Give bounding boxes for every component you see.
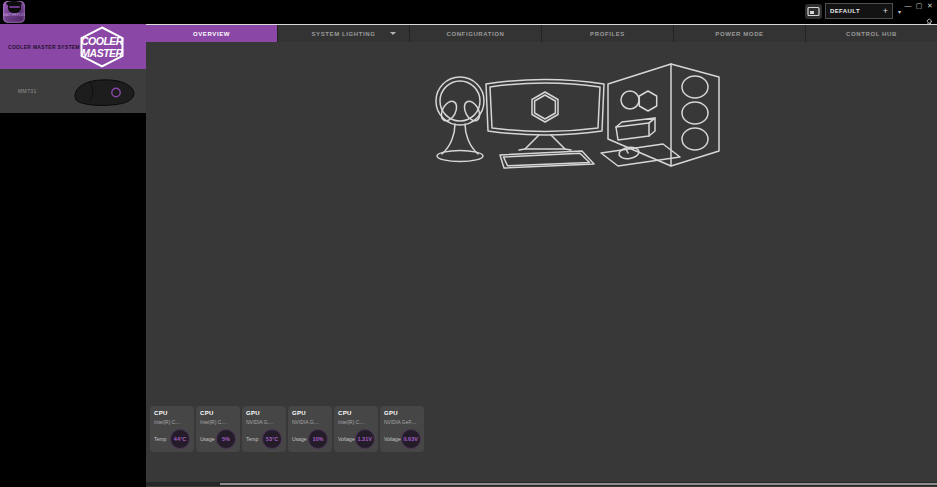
stat-bottom-row: Usage5% <box>200 429 236 449</box>
stat-value-badge: 1.31V <box>355 429 375 449</box>
tab-system-lighting[interactable]: SYSTEM LIGHTING <box>278 25 410 42</box>
mouse-image <box>68 74 140 108</box>
pin-on-top-button[interactable] <box>924 13 933 22</box>
stat-bottom-row: Usage10% <box>292 429 328 449</box>
stats-row: CPUIntel(R) C....Temp44°CCPUIntel(R) C..… <box>150 406 424 452</box>
stat-type: CPU <box>200 410 236 416</box>
stat-value-badge: 5% <box>216 429 236 449</box>
keyboard-drawing <box>500 151 594 168</box>
system-label: COOLER MASTER SYSTEM <box>8 44 80 50</box>
maximize-button[interactable]: ▢ <box>915 1 923 10</box>
app-caption: MASTERPLUS <box>3 13 25 17</box>
stat-card-cpu-temp: CPUIntel(R) C....Temp44°C <box>150 406 194 452</box>
profile-select[interactable]: DEFAULT + <box>825 3 893 19</box>
add-profile-icon[interactable]: + <box>883 7 888 16</box>
minimize-button[interactable]: — <box>904 1 912 10</box>
stat-value-badge: 53°C <box>262 429 282 449</box>
stat-type: GPU <box>384 410 420 416</box>
window-controls: — ▢ ✕ <box>904 1 934 10</box>
mousepad-mouse-drawing <box>601 144 680 166</box>
stat-bottom-row: Voltage0.63V <box>384 429 420 449</box>
tab-label: CONTROL HUB <box>846 31 897 37</box>
stat-metric-label: Voltage <box>338 436 355 442</box>
stat-metric-label: Usage <box>200 436 214 442</box>
stat-device-name: NVIDIA GeF.... <box>384 419 420 425</box>
horizontal-scrollbar-track[interactable] <box>146 482 937 486</box>
tab-label: SYSTEM LIGHTING <box>311 31 375 37</box>
stat-metric-label: Usage <box>292 436 306 442</box>
desktop-setup-illustration <box>422 54 722 179</box>
stat-card-gpu-usage: GPUNVIDIA G....Usage10% <box>288 406 332 452</box>
tab-power-mode[interactable]: POWER MODE <box>674 25 806 42</box>
stat-metric-label: Temp <box>154 436 166 442</box>
tab-overview[interactable]: OVERVIEW <box>146 25 278 42</box>
chevron-down-icon[interactable]: ▾ <box>898 8 901 15</box>
tab-profiles[interactable]: PROFILES <box>542 25 674 42</box>
stat-value-badge: 0.63V <box>401 429 421 449</box>
device-name-label: MM731 <box>18 88 37 94</box>
stat-value-badge: 44°C <box>170 429 190 449</box>
masterplus-cup-icon <box>8 4 21 13</box>
close-button[interactable]: ✕ <box>926 1 934 10</box>
profile-selected-value: DEFAULT <box>830 8 860 14</box>
stat-device-name: Intel(R) C.... <box>154 419 190 425</box>
overview-panel: CPUIntel(R) C....Temp44°CCPUIntel(R) C..… <box>146 42 937 487</box>
mini-view-button[interactable] <box>805 4 822 19</box>
horizontal-scrollbar-thumb[interactable] <box>220 483 937 485</box>
sidebar-header: COOLER MASTER SYSTEM COOLER MASTER <box>0 24 146 69</box>
stat-bottom-row: Temp53°C <box>246 429 282 449</box>
sidebar: COOLER MASTER SYSTEM COOLER MASTER MM731 <box>0 24 146 487</box>
stat-metric-label: Temp <box>246 436 258 442</box>
stat-bottom-row: Temp44°C <box>154 429 190 449</box>
sidebar-device-mm731[interactable]: MM731 <box>0 69 146 113</box>
stat-device-name: Intel(R) C.... <box>200 419 236 425</box>
app-logo-icon: MASTERPLUS <box>3 1 25 23</box>
tab-bar: OVERVIEWSYSTEM LIGHTINGCONFIGURATIONPROF… <box>146 24 937 42</box>
tab-label: CONFIGURATION <box>446 31 504 37</box>
tab-label: POWER MODE <box>715 31 763 37</box>
stat-bottom-row: Voltage1.31V <box>338 429 374 449</box>
headset-stand-drawing <box>436 77 484 162</box>
pc-case-drawing <box>608 64 719 166</box>
logo-text-line2: MASTER <box>81 47 123 59</box>
cooler-master-logo: COOLER MASTER <box>78 26 126 68</box>
stat-metric-label: Voltage <box>384 436 401 442</box>
stat-device-name: Intel(R) C.... <box>338 419 374 425</box>
stat-type: CPU <box>338 410 374 416</box>
chevron-down-icon[interactable] <box>390 32 396 35</box>
tab-label: PROFILES <box>590 31 625 37</box>
tab-configuration[interactable]: CONFIGURATION <box>410 25 542 42</box>
stat-value-badge: 10% <box>308 429 328 449</box>
tab-control-hub[interactable]: CONTROL HUB <box>806 25 937 42</box>
monitor-drawing <box>486 80 604 151</box>
stat-device-name: NVIDIA G.... <box>292 419 328 425</box>
stat-card-gpu-voltage: GPUNVIDIA GeF....Voltage0.63V <box>380 406 424 452</box>
stat-type: GPU <box>292 410 328 416</box>
stat-type: CPU <box>154 410 190 416</box>
profile-bar: DEFAULT + ▾ <box>805 3 901 19</box>
display-mode-icon <box>807 6 820 17</box>
logo-text-line1: COOLER <box>81 35 124 47</box>
titlebar: MASTERPLUS DEFAULT + ▾ — ▢ ✕ <box>0 0 937 24</box>
stat-type: GPU <box>246 410 282 416</box>
stat-card-cpu-voltage: CPUIntel(R) C....Voltage1.31V <box>334 406 378 452</box>
tab-label: OVERVIEW <box>193 31 230 37</box>
stat-card-cpu-usage: CPUIntel(R) C....Usage5% <box>196 406 240 452</box>
stat-device-name: NVIDIA G.... <box>246 419 282 425</box>
stat-card-gpu-temp: GPUNVIDIA G....Temp53°C <box>242 406 286 452</box>
